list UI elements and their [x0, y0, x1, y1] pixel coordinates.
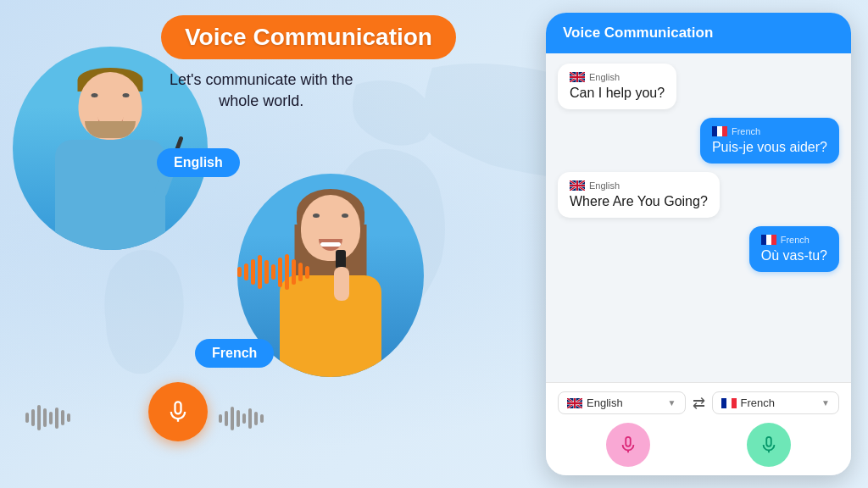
msg-3-text: Where Are You Going? — [570, 194, 708, 209]
subtitle-line1: Let's communicate with the — [170, 69, 353, 91]
svg-rect-1 — [712, 126, 717, 136]
subtitle-line2: whole world. — [170, 91, 353, 112]
badge-english: English — [157, 148, 240, 177]
svg-rect-7 — [771, 235, 776, 245]
msg-4-lang-label: French — [761, 235, 827, 245]
subtitle: Let's communicate with the whole world. — [170, 69, 353, 112]
man-beard — [85, 121, 136, 138]
svg-rect-3 — [722, 126, 727, 136]
svg-rect-2 — [717, 126, 722, 136]
uk-flag-selector-icon — [567, 398, 582, 408]
english-selector-chevron: ▼ — [668, 398, 676, 408]
mic-button-french[interactable] — [747, 423, 791, 467]
chat-area: English Can I help you? French Puis-je v… — [546, 53, 851, 382]
svg-rect-10 — [726, 398, 732, 408]
msg-3-lang-label: English — [570, 180, 708, 191]
msg-4-text: Où vas-tu? — [761, 248, 827, 263]
svg-rect-5 — [761, 235, 766, 245]
mic-pink-icon — [619, 435, 637, 454]
svg-rect-11 — [732, 398, 737, 408]
french-selector-chevron: ▼ — [821, 398, 830, 408]
mic-icon — [166, 400, 190, 424]
chat-panel: Voice Communication English Can I help y… — [546, 13, 851, 475]
svg-rect-9 — [721, 398, 726, 408]
message-3: English Where Are You Going? — [558, 172, 720, 218]
message-1: English Can I help you? — [558, 64, 676, 109]
panel-header: Voice Communication — [546, 13, 851, 53]
badge-french: French — [195, 339, 274, 368]
woman-torso — [280, 275, 381, 377]
fr-flag-icon-1 — [712, 126, 727, 136]
msg-2-text: Puis-je vous aider? — [712, 140, 827, 155]
main-mic-button[interactable] — [148, 382, 208, 441]
svg-rect-6 — [766, 235, 771, 245]
bottom-bar: English ▼ ⇄ French ▼ — [546, 382, 851, 475]
french-selector-label: French — [741, 396, 775, 409]
french-language-selector[interactable]: French ▼ — [712, 391, 840, 414]
msg-1-lang-label: English — [570, 72, 665, 82]
app-title: Voice Communication — [185, 24, 432, 51]
msg-1-text: Can I help you? — [570, 86, 665, 101]
uk-flag-icon-2 — [570, 180, 585, 191]
msg-2-lang-label: French — [712, 126, 827, 136]
message-2: French Puis-je vous aider? — [700, 118, 839, 164]
fr-flag-selector-icon — [721, 398, 737, 408]
uk-flag-icon-1 — [570, 72, 585, 82]
right-sound-waves — [219, 407, 264, 430]
left-sound-waves — [25, 405, 70, 430]
mic-green-icon — [760, 435, 778, 454]
center-waves — [237, 254, 309, 290]
message-4: French Où vas-tu? — [749, 226, 839, 272]
swap-languages-button[interactable]: ⇄ — [693, 394, 705, 413]
woman-face — [301, 195, 360, 261]
mic-button-english[interactable] — [606, 423, 650, 467]
english-language-selector[interactable]: English ▼ — [558, 391, 686, 414]
language-selectors: English ▼ ⇄ French ▼ — [558, 391, 839, 414]
fr-flag-icon-2 — [761, 235, 776, 245]
title-banner: Voice Communication — [161, 15, 456, 59]
man-torso — [55, 140, 165, 250]
left-section: Voice Communication Let's communicate wi… — [0, 0, 542, 488]
english-selector-label: English — [587, 396, 623, 409]
mic-buttons-row — [558, 423, 839, 467]
